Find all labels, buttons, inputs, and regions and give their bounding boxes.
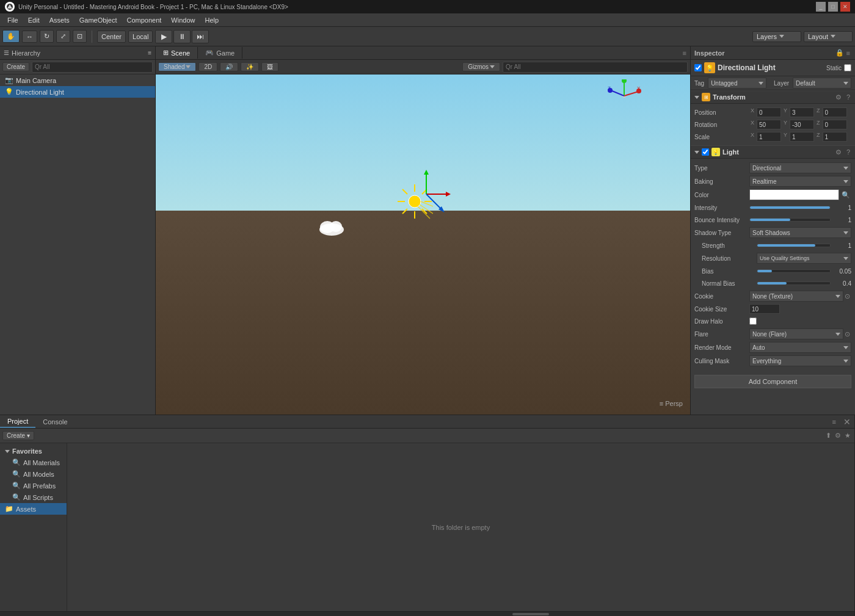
scene-move-gizmo[interactable] (402, 170, 451, 220)
project-create-btn[interactable]: Create ▾ (2, 431, 34, 440)
menu-file[interactable]: File (2, 15, 23, 25)
bounce-slider[interactable]: 1 (749, 217, 851, 223)
shading-dropdown[interactable]: Shaded (158, 62, 196, 71)
scene-search[interactable] (503, 62, 688, 73)
image-btn[interactable]: 🖼 (261, 62, 278, 71)
tab-scene[interactable]: ⊞ Scene (156, 47, 198, 59)
tree-all-materials[interactable]: 🔍 All Materials (0, 457, 67, 468)
tab-game[interactable]: 🎮 Game (198, 47, 242, 59)
rotation-x[interactable] (757, 120, 781, 129)
light-enabled-checkbox[interactable] (702, 148, 709, 156)
maximize-button[interactable]: □ (828, 2, 838, 12)
project-star-btn[interactable]: ★ (843, 432, 852, 440)
tool-rotate[interactable]: ↻ (40, 30, 54, 43)
tag-dropdown[interactable]: Untagged (708, 78, 766, 89)
light-type-dropdown[interactable]: Directional (749, 162, 851, 173)
resolution-dropdown[interactable]: Use Quality Settings (757, 253, 851, 264)
menu-component[interactable]: Component (122, 15, 166, 25)
hierarchy-item-light[interactable]: 💡 Directional Light (0, 86, 155, 98)
project-panel-close[interactable]: ✕ (840, 417, 854, 427)
menu-window[interactable]: Window (166, 15, 200, 25)
tool-rect[interactable]: ⊡ (73, 30, 87, 43)
flare-dropdown[interactable]: None (Flare) (749, 328, 843, 339)
scale-y[interactable] (790, 132, 814, 142)
tree-favorites[interactable]: Favorites (0, 446, 67, 457)
view-2d-btn[interactable]: 2D (198, 62, 217, 71)
position-z[interactable] (823, 107, 847, 117)
hierarchy-item-camera[interactable]: 📷 Main Camera (0, 74, 155, 86)
play-button[interactable]: ▶ (155, 30, 172, 43)
close-button[interactable]: ✕ (840, 2, 850, 12)
position-y[interactable] (790, 107, 814, 117)
bias-fill (757, 270, 772, 272)
cookie-size-input[interactable] (749, 304, 780, 314)
scale-x[interactable] (757, 132, 781, 142)
obj-enabled-checkbox[interactable] (694, 64, 702, 71)
hierarchy-create-btn[interactable]: Create (2, 62, 29, 71)
menu-help[interactable]: Help (200, 15, 224, 25)
tool-scale[interactable]: ⤢ (56, 30, 70, 43)
color-picker[interactable] (749, 189, 839, 200)
tree-all-models[interactable]: 🔍 All Models (0, 468, 67, 480)
effects-btn[interactable]: ✨ (241, 62, 259, 71)
light-info-btn[interactable]: ? (845, 148, 851, 156)
rotation-y[interactable] (790, 120, 814, 129)
strength-slider[interactable]: 1 (757, 242, 851, 249)
hierarchy-search[interactable] (32, 62, 153, 73)
color-eyedropper[interactable]: 🔍 (840, 191, 851, 199)
intensity-label: Intensity (694, 205, 749, 211)
bias-slider[interactable]: 0.05 (757, 268, 851, 275)
scene-gizmo-axes[interactable]: X Y Z (608, 79, 641, 114)
project-go-up-btn[interactable]: ⬆ (824, 432, 832, 440)
gizmos-dropdown[interactable]: Gizmos (462, 62, 500, 71)
local-toggle[interactable]: Local (128, 31, 153, 43)
draw-halo-checkbox[interactable] (749, 317, 757, 325)
layout-dropdown[interactable]: Layout (804, 31, 853, 42)
transform-info-btn[interactable]: ? (845, 93, 851, 101)
tab-project[interactable]: Project (0, 416, 35, 428)
hierarchy-menu-icon[interactable]: ≡ (148, 49, 151, 56)
step-button[interactable]: ⏭ (192, 30, 209, 43)
tool-hand[interactable]: ✋ (2, 30, 20, 43)
scene-panel-menu[interactable]: ≡ (679, 49, 690, 57)
rotation-z[interactable] (823, 120, 847, 129)
layer-dropdown[interactable]: Default (793, 78, 851, 89)
inspector-menu-btn[interactable]: ≡ (845, 49, 851, 57)
project-filter-btn[interactable]: ⚙ (834, 432, 842, 440)
add-component-btn[interactable]: Add Component (694, 375, 851, 388)
menu-gameobject[interactable]: GameObject (75, 15, 122, 25)
tree-all-scripts[interactable]: 🔍 All Scripts (0, 491, 67, 503)
static-checkbox[interactable] (844, 64, 851, 71)
menu-assets[interactable]: Assets (45, 15, 75, 25)
minimize-button[interactable]: _ (816, 2, 826, 12)
tab-console[interactable]: Console (35, 416, 75, 427)
transform-header[interactable]: ⊞ Transform ⚙ ? (691, 90, 855, 104)
shadow-type-dropdown[interactable]: Soft Shadows (749, 227, 851, 238)
project-scrollbar[interactable] (0, 611, 854, 616)
inspector-lock-btn[interactable]: 🔒 (834, 49, 845, 57)
tool-move[interactable]: ↔ (22, 31, 37, 43)
layers-dropdown[interactable]: Layers (752, 31, 801, 42)
flare-select-btn[interactable]: ⊙ (843, 330, 851, 338)
light-settings-btn[interactable]: ⚙ (834, 148, 843, 156)
tree-all-prefabs[interactable]: 🔍 All Prefabs (0, 480, 67, 491)
cookie-select-btn[interactable]: ⊙ (843, 292, 851, 300)
render-mode-dropdown[interactable]: Auto (749, 342, 851, 353)
position-x[interactable] (757, 107, 781, 117)
menu-edit[interactable]: Edit (23, 15, 45, 25)
scene-view[interactable]: X Y Z ≡ Persp (156, 74, 690, 415)
intensity-slider[interactable]: 1 (749, 205, 851, 211)
cookie-dropdown[interactable]: None (Texture) (749, 291, 843, 302)
light-header[interactable]: 💡 Light ⚙ ? (691, 145, 855, 159)
audio-btn[interactable]: 🔊 (220, 62, 238, 71)
scale-z[interactable] (823, 132, 847, 142)
culling-mask-dropdown[interactable]: Everything (749, 355, 851, 366)
center-toggle[interactable]: Center (97, 31, 126, 43)
baking-dropdown[interactable]: Realtime (749, 176, 851, 187)
tree-assets[interactable]: 📁 Assets (0, 503, 67, 515)
pause-button[interactable]: ⏸ (173, 30, 191, 43)
scrollbar-thumb[interactable] (512, 613, 549, 615)
normal-bias-slider[interactable]: 0.4 (757, 280, 851, 287)
project-panel-menu[interactable]: ≡ (829, 418, 840, 426)
transform-settings-btn[interactable]: ⚙ (834, 93, 843, 101)
